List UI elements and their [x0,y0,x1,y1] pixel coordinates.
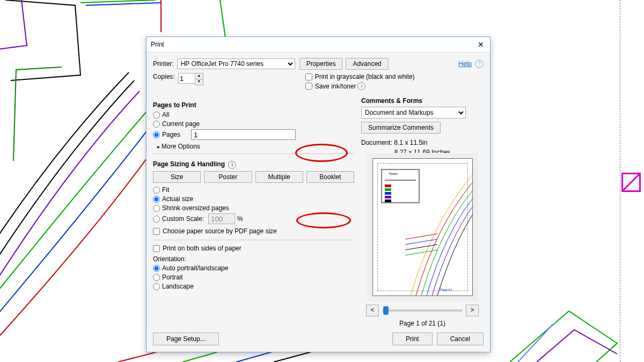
dialog-titlebar: Print ✕ [147,37,490,53]
svg-text:Page A1: Page A1 [440,288,452,291]
preview-next-button[interactable]: > [466,305,479,316]
radio-orient-landscape[interactable]: Landscape [153,283,354,290]
svg-line-4 [623,174,640,191]
page-indicator: Page 1 of 21 (1) [361,320,484,327]
choose-paper-checkbox[interactable]: Choose paper source by PDF page size [153,227,354,235]
slider-thumb[interactable] [383,306,389,315]
page-sizing-header: Page Sizing & Handling i [153,160,354,169]
help-link[interactable]: Help [458,60,472,68]
comments-forms-header: Comments & Forms [361,97,484,105]
print-button[interactable]: Print [392,333,433,345]
sheet-dimensions: 8.27 x 11.69 Inches [361,149,484,156]
copies-label: Copies: [153,73,175,80]
more-options-toggle[interactable]: More Options [157,143,354,150]
size-button[interactable]: Size [153,171,201,183]
svg-rect-10 [385,192,391,195]
pages-input[interactable] [191,129,296,140]
spinner-down-icon[interactable]: ▼ [195,79,203,85]
info-icon[interactable]: i [228,161,236,169]
grayscale-checkbox[interactable]: Print in grayscale (black and white) [305,73,415,80]
preview-slider[interactable] [382,309,463,312]
both-sides-checkbox[interactable]: Print on both sides of paper [153,245,354,252]
pages-to-print-header: Pages to Print [153,101,354,109]
spinner-up-icon[interactable]: ▲ [195,73,203,79]
svg-rect-11 [385,196,391,198]
dialog-title: Print [151,41,164,48]
radio-pages[interactable]: Pages [153,129,354,140]
close-icon[interactable]: ✕ [476,40,486,49]
saveink-checkbox[interactable]: Save ink/toner i [305,82,415,90]
copies-input[interactable] [178,73,195,84]
preview-prev-button[interactable]: < [366,305,379,316]
radio-custom-scale[interactable]: Custom Scale: % [153,213,354,224]
svg-rect-12 [385,200,391,202]
svg-line-16 [405,250,437,255]
artboard-corner-marker [621,173,641,192]
svg-text:Pattern: Pattern [389,172,398,175]
properties-button[interactable]: Properties [299,58,343,70]
orientation-label: Orientation: [153,255,354,263]
help-icon[interactable]: ? [475,60,484,68]
print-dialog: Print ✕ Printer: HP OfficeJet Pro 7740 s… [146,36,491,352]
printer-select[interactable]: HP OfficeJet Pro 7740 series [177,58,295,69]
svg-line-13 [405,234,437,239]
comments-forms-select[interactable]: Document and Markups [361,107,466,119]
print-preview: Pattern [372,158,473,296]
summarize-comments-button[interactable]: Summarize Comments [361,122,441,134]
radio-orient-portrait[interactable]: Portrait [153,274,354,281]
info-icon[interactable]: i [357,82,365,90]
custom-scale-input [208,213,235,224]
copies-spinner[interactable]: ▲ ▼ [195,73,203,85]
vertical-guide [620,0,620,362]
poster-button[interactable]: Poster [204,171,252,183]
svg-rect-9 [385,188,391,191]
radio-all[interactable]: All [153,111,354,119]
radio-fit[interactable]: Fit [153,186,354,194]
svg-line-14 [405,239,437,245]
radio-current-page[interactable]: Current page [153,120,354,128]
advanced-button[interactable]: Advanced [346,58,388,70]
radio-shrink[interactable]: Shrink oversized pages [153,204,354,212]
multiple-button[interactable]: Multiple [255,171,303,183]
booklet-button[interactable]: Booklet [306,171,354,183]
cancel-button[interactable]: Cancel [437,333,484,345]
page-setup-button[interactable]: Page Setup... [153,333,219,345]
radio-actual-size[interactable]: Actual size [153,195,354,203]
svg-rect-8 [385,184,391,187]
printer-label: Printer: [153,60,174,68]
radio-orient-auto[interactable]: Auto portrait/landscape [153,264,354,272]
document-dimensions: Document: 8.1 x 11.5in [361,139,484,146]
